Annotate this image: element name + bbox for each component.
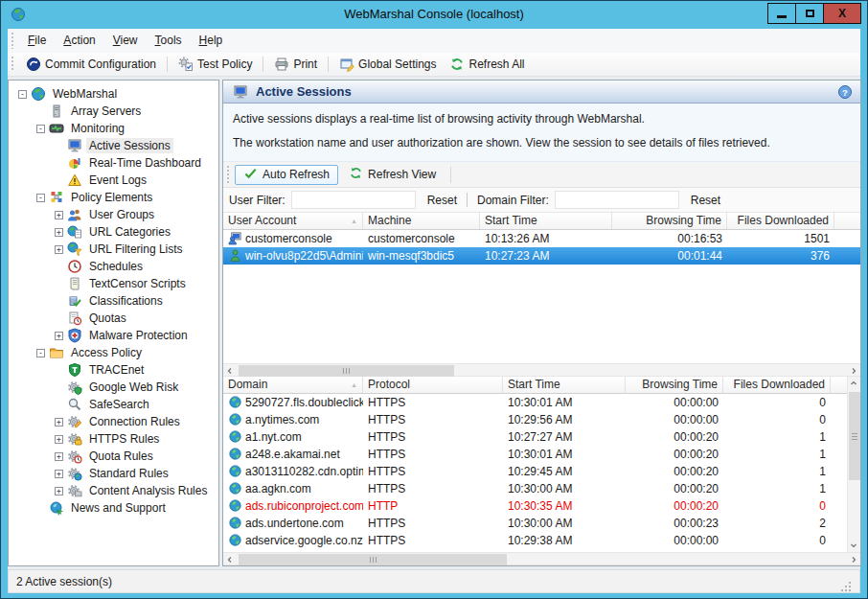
toolbar-button-test-policy[interactable]: Test Policy <box>171 54 259 75</box>
column-header-browsing-time[interactable]: Browsing Time <box>612 213 727 229</box>
scroll-up-icon[interactable] <box>847 377 860 390</box>
domains-scroll-thumb-h[interactable] <box>239 554 507 565</box>
domains-vertical-scrollbar[interactable] <box>847 377 860 552</box>
auto-refresh-button[interactable]: Auto Refresh <box>235 165 338 185</box>
tree-item-classifications[interactable]: Classifications <box>9 292 218 310</box>
scroll-down-icon[interactable] <box>847 539 860 552</box>
tree-item-malware-protection[interactable]: +Malware Protection <box>9 327 218 344</box>
column-header-domain[interactable]: Domain▲ <box>223 377 363 393</box>
domains-horizontal-scrollbar[interactable] <box>223 552 860 565</box>
domain-row-aa-agkn-com[interactable]: aa.agkn.comHTTPS10:30:00 AM00:00:201 <box>223 480 847 497</box>
tree-item-active-sessions[interactable]: Active Sessions <box>9 137 218 154</box>
user-filter-input[interactable] <box>291 191 416 209</box>
menu-item-action[interactable]: Action <box>55 34 103 47</box>
scroll-left-icon[interactable] <box>223 553 237 566</box>
menu-item-file[interactable]: File <box>19 34 55 47</box>
column-header-start-time[interactable]: Start Time <box>480 213 612 229</box>
collapse-icon[interactable]: - <box>18 90 27 99</box>
tree-item-url-filtering-lists[interactable]: +URL Filtering Lists <box>9 241 218 258</box>
expand-icon[interactable]: + <box>55 245 63 254</box>
column-header-files-downloaded[interactable]: Files Downloaded <box>723 377 831 393</box>
expand-icon[interactable]: + <box>55 332 63 340</box>
domain-row-a248-e-akamai-net[interactable]: a248.e.akamai.netHTTPS10:30:01 AM00:00:2… <box>223 446 847 463</box>
domain-filter-reset[interactable]: Reset <box>691 194 720 207</box>
toolbar-button-commit-configuration[interactable]: Commit Configuration <box>19 54 163 75</box>
tree-item-access-policy[interactable]: -Access Policy <box>9 344 218 361</box>
domain-row-ads-rubiconproject-com[interactable]: ads.rubiconproject.comHTTP10:30:35 AM00:… <box>223 497 847 515</box>
help-icon[interactable]: ? <box>837 84 853 100</box>
expand-icon[interactable]: + <box>55 435 63 444</box>
tree-item-url-categories[interactable]: +URL Categories <box>9 223 218 241</box>
session-toolbar-gripper[interactable] <box>226 166 231 183</box>
tree-item-user-groups[interactable]: +User Groups <box>9 206 218 223</box>
session-row-win-olvu8p22d5-admini[interactable]: win-olvu8p22d5\Admini...win-mesqf3bdic51… <box>223 247 860 265</box>
refresh-view-button[interactable]: Refresh View <box>340 165 445 185</box>
tree-item-policy-elements[interactable]: -Policy Elements <box>9 189 218 206</box>
scroll-left-icon[interactable] <box>223 364 237 378</box>
column-header-start-time[interactable]: Start Time <box>503 377 626 393</box>
tree-item-label: Standard Rules <box>86 466 171 481</box>
domain-row-ads-undertone-com[interactable]: ads.undertone.comHTTPS10:30:00 AM00:00:2… <box>223 515 847 532</box>
user-filter-reset[interactable]: Reset <box>427 194 457 207</box>
tree-item-quota-rules[interactable]: +Quota Rules <box>9 448 218 465</box>
tree-item-safesearch[interactable]: SafeSearch <box>9 396 218 413</box>
tree-item-webmarshal[interactable]: -WebMarshal <box>9 85 218 103</box>
tree-item-standard-rules[interactable]: +Standard Rules <box>9 465 218 482</box>
collapse-icon[interactable]: - <box>36 125 45 133</box>
expand-icon[interactable]: + <box>55 487 63 495</box>
column-header-protocol[interactable]: Protocol <box>363 377 503 393</box>
minimize-button[interactable] <box>767 3 796 24</box>
tree-item-content-analysis-rules[interactable]: +101Content Analysis Rules <box>9 482 218 499</box>
tree-item-https-rules[interactable]: +HTTPS Rules <box>9 430 218 448</box>
session-header: User Account▲MachineStart TimeBrowsing T… <box>223 213 860 230</box>
cell-start-time: 10:29:45 AM <box>503 463 626 480</box>
tree-item-real-time-dashboard[interactable]: Real-Time Dashboard <box>9 154 218 172</box>
menu-item-view[interactable]: View <box>104 34 147 47</box>
tree-item-schedules[interactable]: Schedules <box>9 258 218 275</box>
session-row-customerconsole[interactable]: customerconsolecustomerconsole10:13:26 A… <box>223 230 860 247</box>
tree-item-connection-rules[interactable]: +Connection Rules <box>9 413 218 430</box>
scroll-right-icon[interactable] <box>847 553 860 566</box>
sessions-horizontal-scrollbar[interactable] <box>223 363 860 377</box>
tree-item-news-and-support[interactable]: News and Support <box>9 499 218 517</box>
close-button[interactable]: X <box>823 3 861 24</box>
toolbar-gripper[interactable] <box>11 57 15 73</box>
sessions-scroll-thumb[interactable] <box>239 365 454 377</box>
tree-item-quotas[interactable]: Quotas <box>9 310 218 327</box>
tree-item-label: User Groups <box>86 207 157 222</box>
expand-icon[interactable]: + <box>55 418 63 426</box>
domain-row-5290727-fls-doubleclick[interactable]: 5290727.fls.doubleclick....HTTPS10:30:01… <box>223 394 847 411</box>
tree-item-event-logs[interactable]: Event Logs <box>9 172 218 189</box>
column-header-user-account[interactable]: User Account▲ <box>223 213 363 229</box>
tree-item-tracenet[interactable]: TRACEnet <box>9 361 218 379</box>
maximize-button[interactable] <box>795 3 824 24</box>
expand-icon[interactable]: + <box>55 452 63 461</box>
menubar-gripper[interactable] <box>11 33 15 50</box>
globe-icon <box>31 86 46 102</box>
domain-row-a1-nyt-com[interactable]: a1.nyt.comHTTPS10:27:27 AM00:00:201 <box>223 428 847 446</box>
domain-row-adservice-google-co-nz[interactable]: adservice.google.co.nzHTTPS10:29:38 AM00… <box>223 532 847 549</box>
expand-icon[interactable]: + <box>55 470 63 478</box>
toolbar-button-global-settings[interactable]: Global Settings <box>332 54 443 75</box>
column-header-files-downloaded[interactable]: Files Downloaded <box>727 213 834 229</box>
domain-filter-input[interactable] <box>555 191 679 209</box>
column-header-browsing-time[interactable]: Browsing Time <box>626 377 723 393</box>
tree-item-google-web-risk[interactable]: Google Web Risk <box>9 379 218 396</box>
domain-row-a3013110282-cdn-optimi[interactable]: a3013110282.cdn.optimi...HTTPS10:29:45 A… <box>223 463 847 480</box>
toolbar-button-print[interactable]: Print <box>267 54 324 75</box>
tree-item-monitoring[interactable]: -Monitoring <box>9 120 218 137</box>
menu-item-help[interactable]: Help <box>191 34 232 47</box>
tree-item-array-servers[interactable]: Array Servers <box>9 103 218 120</box>
domain-row-a-nytimes-com[interactable]: a.nytimes.comHTTPS10:29:56 AM00:00:000 <box>223 411 847 428</box>
expand-icon[interactable]: + <box>55 211 63 219</box>
toolbar-button-refresh-all[interactable]: Refresh All <box>443 54 531 75</box>
collapse-icon[interactable]: - <box>36 349 45 357</box>
expand-icon[interactable]: + <box>55 228 63 237</box>
tree-item-textcensor-scripts[interactable]: TextCensor Scripts <box>9 275 218 292</box>
menu-item-tools[interactable]: Tools <box>147 34 191 47</box>
collapse-icon[interactable]: - <box>36 194 45 202</box>
scroll-right-icon[interactable] <box>847 364 860 378</box>
resize-grip[interactable] <box>840 581 852 592</box>
column-header-machine[interactable]: Machine <box>363 213 480 229</box>
domains-scroll-thumb[interactable] <box>849 392 860 480</box>
